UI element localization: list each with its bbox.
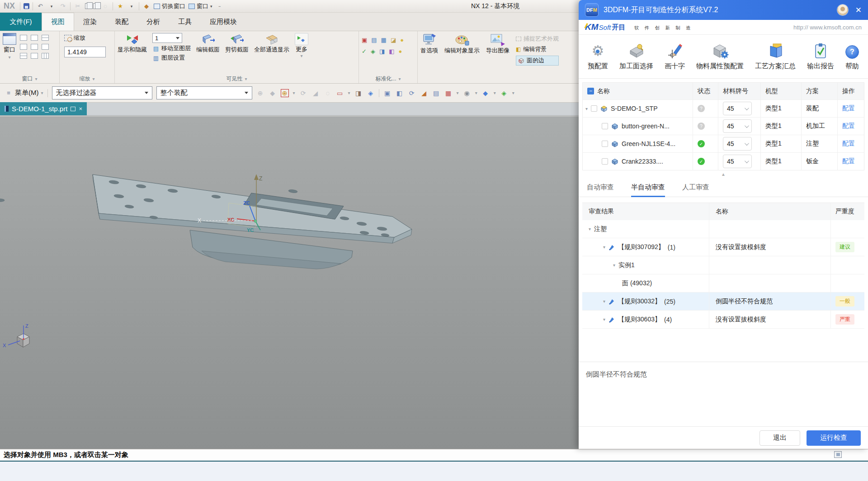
capture-art-button[interactable]: 捕捉艺术外观 <box>516 35 559 43</box>
finder-caret-icon[interactable]: ▾ <box>127 4 136 9</box>
configure-link[interactable]: 配置 <box>842 140 855 148</box>
restore-window-icon[interactable] <box>71 107 75 111</box>
layout-2col-icon[interactable] <box>31 35 38 41</box>
touch-snap-icon[interactable]: ◆ <box>269 90 277 97</box>
redo-button[interactable]: ↷ <box>59 3 67 9</box>
result-row[interactable]: ▾ 【规则307092】 (1) 没有设置拔模斜度 建议 <box>582 238 864 256</box>
brush-icon[interactable]: ◆ <box>142 3 151 9</box>
preferences-button[interactable]: 首选项 <box>420 33 438 75</box>
snap-caret-icon[interactable]: ▾ <box>293 90 295 95</box>
menu-button[interactable]: ≡ 菜单(M) ▾ <box>5 89 43 97</box>
zoom-value-input[interactable]: 1.4149 <box>64 47 106 57</box>
copy-icon[interactable] <box>85 3 90 9</box>
row-checkbox[interactable] <box>602 141 608 147</box>
select-all-checkbox[interactable]: − <box>587 88 594 94</box>
tab-application[interactable]: 应用模块 <box>201 13 246 31</box>
tab-render[interactable]: 渲染 <box>74 13 106 31</box>
help-button[interactable]: ? 帮助 <box>845 42 859 71</box>
exit-button[interactable]: 退出 <box>760 430 800 446</box>
update-display-icon[interactable]: ▤ <box>432 90 440 97</box>
layer-settings-button[interactable]: ▥ 图层设置 <box>152 54 185 62</box>
shaded-view-icon[interactable]: ◆ <box>481 90 490 97</box>
approve-icon[interactable]: ✓ <box>362 48 367 55</box>
layout-grid-icon[interactable] <box>42 44 49 50</box>
parts-stack2-icon[interactable]: ● <box>399 48 402 55</box>
result-row[interactable]: 面 (49032) <box>582 274 864 292</box>
part-row[interactable]: Green-NJL1SE-4... ✓ 45 类型1 注塑 配置 <box>583 135 864 152</box>
part-row[interactable]: button-green-N... ? 45 类型1 机加工 配置 <box>583 117 864 135</box>
array-icon[interactable]: ▦ <box>381 37 387 43</box>
process-summary-button[interactable]: 工艺方案汇总 <box>755 42 796 71</box>
expand-caret-icon[interactable]: ▾ <box>603 299 605 304</box>
user-avatar[interactable] <box>837 5 848 15</box>
show-through-button[interactable]: 全部通透显示 <box>254 33 289 75</box>
snap-point-icon[interactable]: ⊕ <box>256 90 264 97</box>
file-menu-button[interactable]: 文件(F) <box>0 13 42 31</box>
layout-top-icon[interactable] <box>20 53 27 59</box>
command-finder-icon[interactable]: ★ <box>116 3 124 9</box>
fit-view-icon[interactable]: ▦ <box>444 90 453 97</box>
tab-manual-review[interactable]: 人工审查 <box>682 178 709 197</box>
rotate-view-icon[interactable]: ⟳ <box>408 90 416 97</box>
visibility-group-label[interactable]: 可见性 ▾ <box>115 75 359 83</box>
configure-link[interactable]: 配置 <box>842 122 855 130</box>
screen-capture-icon[interactable] <box>834 451 842 458</box>
tab-analysis[interactable]: 分析 <box>137 13 169 31</box>
move-object-icon[interactable]: ▣ <box>362 37 367 43</box>
material-props-button[interactable]: 物料属性预配置 <box>696 42 744 71</box>
visibility-toggle-icon[interactable]: ◈ <box>500 90 508 97</box>
row-checkbox[interactable] <box>602 158 608 165</box>
pan-icon[interactable]: ◧ <box>396 90 404 97</box>
preconfig-button[interactable]: ⚙ 预配置 <box>588 42 608 71</box>
verify-icon[interactable]: ◈ <box>371 48 375 55</box>
active-snap-icon[interactable]: ⊕ <box>281 89 289 97</box>
expand-caret-icon[interactable]: ▾ <box>613 263 615 268</box>
vis-caret-icon[interactable]: ▾ <box>512 90 514 95</box>
window-menu-button[interactable]: 窗口 ▾ <box>189 2 212 10</box>
tab-auto-review[interactable]: 自动审查 <box>587 178 614 197</box>
selbox-caret-icon[interactable]: ▾ <box>348 90 350 95</box>
undo-button[interactable]: ↶ <box>36 3 44 9</box>
output-report-button[interactable]: 输出报告 <box>807 42 834 71</box>
shaded-caret-icon[interactable]: ▾ <box>494 90 496 95</box>
machining-face-button[interactable]: 加工面选择 <box>619 42 653 71</box>
layout-single-icon[interactable] <box>20 35 27 41</box>
window-big-button[interactable]: 窗口 ▾ <box>3 33 16 75</box>
render-style-icon[interactable]: ◉ <box>463 90 471 97</box>
draw-cross-button[interactable]: 画十字 <box>665 42 685 71</box>
show-hide-button[interactable]: 显示和隐藏 <box>118 33 147 75</box>
move-to-layer-button[interactable]: ▤ 移动至图层 <box>152 44 191 52</box>
expand-caret-icon[interactable]: ▾ <box>585 106 588 111</box>
material-select[interactable]: 45 <box>723 102 752 115</box>
tab-semi-auto-review[interactable]: 半自动审查 <box>631 178 665 197</box>
shaded-cube-icon[interactable]: ◈ <box>367 90 375 97</box>
dfm-close-icon[interactable]: ✕ <box>855 5 862 15</box>
row-checkbox[interactable] <box>602 123 608 129</box>
parts-stack-icon[interactable]: ● <box>400 37 404 43</box>
material-select[interactable]: 45 <box>723 137 752 151</box>
zoom-window-icon[interactable]: ▣ <box>383 90 392 97</box>
edit-background-button[interactable]: ◧ 编辑背景 <box>516 45 559 53</box>
layout-left-icon[interactable] <box>20 44 27 50</box>
result-row[interactable]: ▾ 实例1 <box>582 256 864 274</box>
selection-scope-combo[interactable]: 整个装配 <box>156 86 252 99</box>
zoom-button[interactable]: 缩放 <box>62 33 112 43</box>
customize-qat-icon[interactable]: − <box>216 4 224 9</box>
move-handle-icon[interactable]: ⟳ <box>299 90 307 97</box>
layout-2row-icon[interactable] <box>42 35 49 41</box>
export-image-button[interactable]: 导出图像 <box>486 33 509 75</box>
save-icon[interactable] <box>24 3 29 9</box>
edit-object-display-button[interactable]: 编辑对象显示 <box>444 33 480 75</box>
part-row[interactable]: Crank22333.... ✓ 45 类型1 钣金 配置 <box>583 152 864 170</box>
material-select[interactable]: 45 <box>723 155 752 168</box>
part-row[interactable]: ▾ S-DEMO-1_STP ? 45 类型1 装配 配置 <box>583 99 864 117</box>
edit-section-button[interactable]: 编辑截面 <box>196 33 220 75</box>
layout-3pane-icon[interactable] <box>31 53 38 59</box>
result-row-selected[interactable]: ▾ 【规则30032】 (25) 倒圆半径不符合规范 一般 <box>582 292 864 311</box>
fit-caret-icon[interactable]: ▾ <box>457 90 459 95</box>
zoom-group-label[interactable]: 缩放 ▾ <box>60 75 114 83</box>
row-checkbox[interactable] <box>591 105 597 112</box>
orient-view-icon[interactable]: ◨ <box>354 90 363 97</box>
expand-caret-icon[interactable]: ▾ <box>603 245 605 250</box>
window-group-label[interactable]: 窗口 ▾ <box>0 75 59 83</box>
